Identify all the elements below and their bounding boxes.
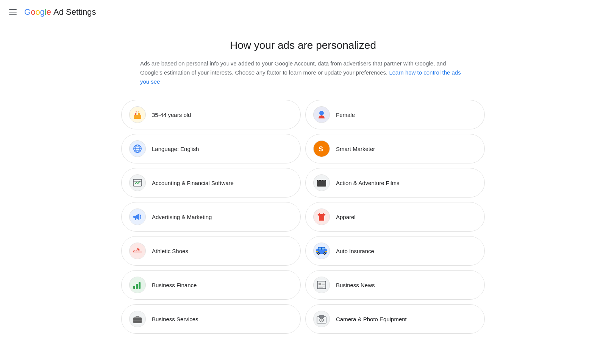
page-title: How your ads are personalized bbox=[121, 39, 485, 51]
svg-point-29 bbox=[324, 253, 325, 254]
card-label-business-news: Business News bbox=[336, 282, 375, 288]
card-label-apparel: Apparel bbox=[336, 214, 356, 220]
card-action-films[interactable]: Action & Adventure Films bbox=[305, 168, 485, 198]
card-language[interactable]: Language: English bbox=[121, 134, 301, 163]
card-auto-insurance[interactable]: Auto Insurance bbox=[305, 236, 485, 266]
megaphone-icon bbox=[129, 208, 146, 225]
birthday-icon bbox=[129, 106, 146, 123]
news-icon bbox=[313, 277, 330, 293]
svg-rect-17 bbox=[317, 180, 326, 187]
card-smart-marketer[interactable]: S Smart Marketer bbox=[305, 134, 485, 163]
female-icon bbox=[313, 106, 330, 123]
accounting-icon bbox=[129, 174, 146, 191]
svg-rect-34 bbox=[139, 282, 141, 289]
card-label-advertising: Advertising & Marketing bbox=[152, 214, 212, 220]
svg-rect-33 bbox=[136, 284, 138, 289]
card-label-action-films: Action & Adventure Films bbox=[336, 180, 400, 186]
main-content: How your ads are personalized Ads are ba… bbox=[114, 24, 492, 356]
card-athletic-shoes[interactable]: Athletic Shoes bbox=[121, 236, 301, 266]
card-label-athletic-shoes: Athletic Shoes bbox=[152, 248, 188, 254]
card-label-gender: Female bbox=[336, 112, 355, 118]
card-gender[interactable]: Female bbox=[305, 100, 485, 129]
svg-text:S: S bbox=[319, 145, 323, 153]
svg-rect-37 bbox=[319, 283, 321, 285]
hamburger-menu[interactable] bbox=[9, 9, 17, 15]
svg-rect-25 bbox=[322, 248, 325, 250]
svg-rect-15 bbox=[133, 179, 142, 186]
briefcase-icon bbox=[129, 311, 146, 327]
card-label-business-finance: Business Finance bbox=[152, 282, 197, 288]
film-icon bbox=[313, 174, 330, 191]
globe-icon bbox=[129, 140, 146, 157]
svg-point-27 bbox=[318, 253, 319, 254]
svg-point-8 bbox=[319, 111, 324, 115]
svg-rect-36 bbox=[317, 281, 326, 289]
description-text: Ads are based on personal info you've ad… bbox=[140, 59, 466, 86]
svg-rect-2 bbox=[138, 113, 140, 115]
card-business-news[interactable]: Business News bbox=[305, 270, 485, 300]
card-label-auto-insurance: Auto Insurance bbox=[336, 248, 374, 254]
interests-grid: 35-44 years old Female Language: English… bbox=[121, 100, 485, 334]
card-accounting[interactable]: Accounting & Financial Software bbox=[121, 168, 301, 198]
svg-rect-0 bbox=[134, 115, 141, 119]
smart-icon: S bbox=[313, 140, 330, 157]
card-label-language: Language: English bbox=[152, 146, 199, 152]
finance-icon bbox=[129, 277, 146, 293]
card-advertising[interactable]: Advertising & Marketing bbox=[121, 202, 301, 232]
card-label-business-services: Business Services bbox=[152, 316, 198, 322]
card-age[interactable]: 35-44 years old bbox=[121, 100, 301, 129]
svg-rect-30 bbox=[316, 251, 318, 252]
svg-rect-19 bbox=[318, 180, 319, 181]
shoe-icon bbox=[129, 243, 146, 259]
app-header: Google Ad Settings bbox=[0, 0, 606, 24]
shirt-icon bbox=[313, 208, 330, 225]
card-business-services[interactable]: Business Services bbox=[121, 304, 301, 334]
card-label-age: 35-44 years old bbox=[152, 112, 191, 118]
svg-rect-35 bbox=[133, 286, 135, 289]
card-label-smart-marketer: Smart Marketer bbox=[336, 146, 375, 152]
car-icon bbox=[313, 243, 330, 259]
svg-point-48 bbox=[321, 319, 323, 321]
card-label-camera: Camera & Photo Equipment bbox=[336, 316, 407, 322]
svg-rect-31 bbox=[325, 251, 327, 252]
svg-rect-20 bbox=[321, 180, 322, 181]
google-logo: Google bbox=[24, 7, 51, 17]
card-label-accounting: Accounting & Financial Software bbox=[152, 180, 234, 186]
camera-icon bbox=[313, 311, 330, 327]
svg-rect-43 bbox=[136, 316, 139, 318]
svg-point-6 bbox=[136, 111, 137, 112]
card-business-finance[interactable]: Business Finance bbox=[121, 270, 301, 300]
header-title: Ad Settings bbox=[53, 7, 96, 17]
svg-rect-21 bbox=[323, 180, 325, 181]
svg-point-7 bbox=[139, 111, 139, 112]
card-camera[interactable]: Camera & Photo Equipment bbox=[305, 304, 485, 334]
svg-rect-3 bbox=[136, 113, 137, 115]
card-apparel[interactable]: Apparel bbox=[305, 202, 485, 232]
svg-rect-24 bbox=[319, 248, 321, 250]
